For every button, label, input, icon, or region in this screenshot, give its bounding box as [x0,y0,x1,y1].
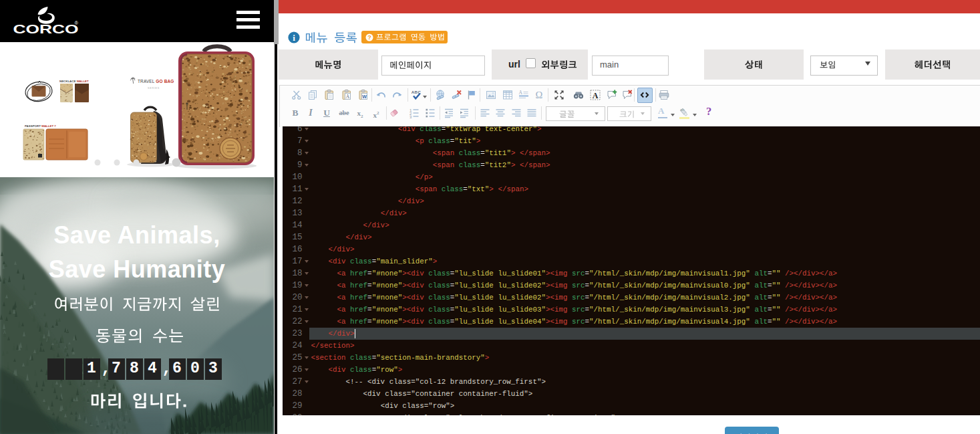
svg-text:A: A [519,90,523,96]
svg-text:i: i [293,33,295,43]
svg-text:TRAVEL GO BAG: TRAVEL GO BAG [138,79,174,84]
svg-text:?: ? [367,34,371,41]
svg-text:®: ® [75,20,79,26]
svg-text:PASSPORT WALLET 7: PASSPORT WALLET 7 [25,124,56,128]
svg-text:CORCO: CORCO [13,23,78,36]
svg-text:W: W [362,94,367,99]
svg-text:NECKLACE WALLET: NECKLACE WALLET [59,80,89,83]
svg-text:SERIES: SERIES [148,87,160,90]
svg-text:3: 3 [410,114,412,118]
svg-text:ab: ab [680,108,685,112]
svg-text:A: A [345,94,349,100]
svg-text:Ω: Ω [535,90,542,100]
svg-text:A: A [593,91,599,100]
